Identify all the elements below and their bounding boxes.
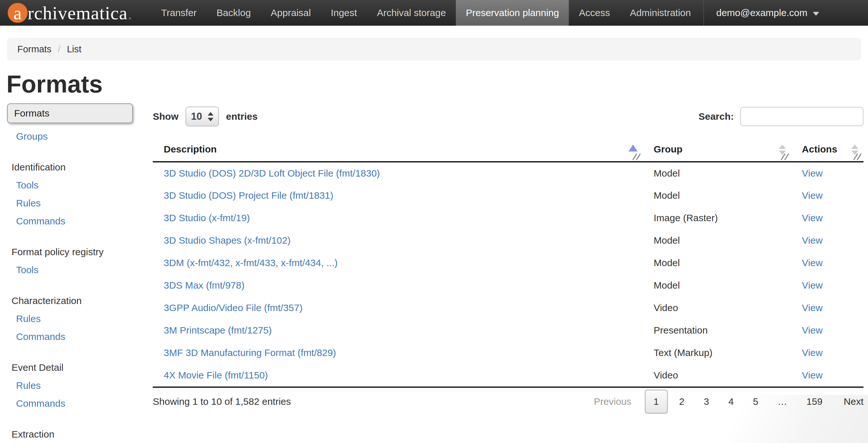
chevron-down-icon [813, 12, 819, 16]
format-group-cell: Model [643, 252, 791, 274]
nav-item-preservation-planning[interactable]: Preservation planning [456, 0, 569, 26]
format-group-cell: Video [643, 296, 791, 319]
table-row: 3D Studio (DOS) Project File (fmt/1831)M… [153, 184, 864, 207]
sidebar-section-header: Extraction [11, 429, 139, 440]
column-resize-handle[interactable] [854, 153, 862, 160]
pagination-previous[interactable]: Previous [582, 396, 643, 407]
nav-item-backlog[interactable]: Backlog [207, 0, 261, 26]
select-spinner-icon [208, 112, 214, 121]
sidebar: Formats GroupsIdentificationToolsRulesCo… [7, 103, 139, 443]
pagination-page-2[interactable]: 2 [670, 396, 694, 407]
format-description-link[interactable]: 3MF 3D Manufacturing Format (fmt/829) [164, 347, 336, 358]
sidebar-link-identification-rules[interactable]: Rules [16, 198, 41, 209]
nav-item-ingest[interactable]: Ingest [321, 0, 367, 26]
sidebar-section-identification: IdentificationToolsRulesCommands [7, 162, 139, 227]
logo-a-icon: a [8, 3, 28, 23]
view-link[interactable]: View [802, 235, 823, 246]
breadcrumb-item-list: List [67, 44, 81, 55]
sidebar-section-header: Event Detail [11, 362, 139, 373]
format-group-cell: Model [643, 229, 791, 252]
view-link[interactable]: View [802, 280, 823, 290]
sidebar-item-formats-active[interactable]: Formats [7, 103, 133, 123]
user-menu[interactable]: demo@example.com [703, 0, 831, 26]
sidebar-section-header: Characterization [11, 295, 139, 306]
format-group-cell: Image (Raster) [643, 207, 791, 229]
format-group-cell: Model [643, 184, 791, 207]
format-group-cell: Text (Markup) [643, 342, 791, 364]
format-group-cell: Presentation [643, 319, 791, 342]
format-description-link[interactable]: 3DS Max (fmt/978) [164, 280, 245, 290]
format-description-link[interactable]: 3GPP Audio/Video File (fmt/357) [164, 303, 302, 313]
nav-item-administration[interactable]: Administration [620, 0, 701, 26]
formats-table: Description Group Actions [153, 139, 864, 386]
page-title: Formats [6, 70, 103, 98]
sidebar-link-formats-groups[interactable]: Groups [16, 131, 48, 142]
sidebar-link-identification-tools[interactable]: Tools [16, 180, 38, 191]
format-description-link[interactable]: 3M Printscape (fmt/1275) [164, 325, 272, 336]
sidebar-section-characterization: CharacterizationRulesCommands [7, 295, 139, 342]
table-row: 3M Printscape (fmt/1275)PresentationView [153, 319, 864, 342]
view-link[interactable]: View [802, 303, 823, 313]
archivematica-logo[interactable]: archivematica. [0, 0, 151, 26]
column-header-actions[interactable]: Actions [791, 139, 864, 162]
format-description-link[interactable]: 4X Movie File (fmt/1150) [164, 370, 268, 380]
sidebar-section-header: Identification [11, 162, 139, 173]
logo-dot: . [128, 2, 133, 24]
column-header-group[interactable]: Group [643, 139, 791, 162]
format-description-link[interactable]: 3D Studio Shapes (x-fmt/102) [164, 235, 290, 246]
page-size-select[interactable]: 10 [186, 106, 219, 126]
breadcrumb: Formats / List [7, 38, 861, 60]
logo-text: archivematica. [8, 2, 132, 24]
nav-menu: TransferBacklogAppraisalIngestArchival s… [151, 0, 701, 26]
view-link[interactable]: View [802, 168, 823, 179]
corner-overlay-shape [682, 395, 868, 443]
column-resize-handle[interactable] [781, 153, 790, 160]
sidebar-section-event-detail: Event DetailRulesCommands [7, 362, 139, 409]
view-link[interactable]: View [802, 325, 823, 336]
sidebar-link-characterization-rules[interactable]: Rules [16, 313, 41, 324]
sidebar-section-format-policy-registry: Format policy registryTools [7, 247, 139, 276]
table-row: 3MF 3D Manufacturing Format (fmt/829)Tex… [153, 342, 864, 364]
column-header-description[interactable]: Description [153, 139, 643, 162]
format-description-link[interactable]: 3D Studio (DOS) 2D/3D Loft Object File (… [164, 168, 380, 179]
sidebar-link-characterization-commands[interactable]: Commands [16, 331, 65, 342]
entries-summary: Showing 1 to 10 of 1,582 entries [153, 396, 291, 407]
sort-ascending-icon[interactable] [628, 145, 638, 152]
view-link[interactable]: View [802, 213, 823, 223]
breadcrumb-item-formats[interactable]: Formats [17, 44, 51, 55]
format-description-link[interactable]: 3D Studio (DOS) Project File (fmt/1831) [164, 190, 334, 201]
sidebar-link-event-detail-commands[interactable]: Commands [16, 398, 65, 409]
sidebar-section-header: Format policy registry [11, 247, 139, 257]
sidebar-link-event-detail-rules[interactable]: Rules [16, 380, 41, 391]
pagination-page-1[interactable]: 1 [645, 390, 668, 413]
sidebar-section-extraction: ExtractionRulesCommands [7, 429, 139, 443]
sidebar-sections: GroupsIdentificationToolsRulesCommandsFo… [7, 131, 139, 443]
logo-rest: rchivematica [28, 2, 128, 24]
sidebar-link-identification-commands[interactable]: Commands [16, 216, 65, 227]
table-header-row: Description Group Actions [153, 139, 864, 162]
view-link[interactable]: View [802, 347, 823, 358]
user-email: demo@example.com [716, 7, 807, 18]
view-link[interactable]: View [802, 190, 823, 201]
format-description-link[interactable]: 3D Studio (x-fmt/19) [164, 213, 250, 223]
search-label: Search: [699, 111, 734, 122]
table-row: 3GPP Audio/Video File (fmt/357)VideoView [153, 296, 864, 319]
sidebar-link-format-policy-registry-tools[interactable]: Tools [16, 264, 38, 276]
top-navbar: archivematica. TransferBacklogAppraisalI… [0, 0, 868, 26]
table-row: 3DM (x-fmt/432, x-fmt/433, x-fmt/434, ..… [153, 252, 864, 274]
table-row: 3DS Max (fmt/978)ModelView [153, 274, 864, 296]
search-input[interactable] [740, 107, 864, 126]
format-description-link[interactable]: 3DM (x-fmt/432, x-fmt/433, x-fmt/434, ..… [164, 257, 338, 268]
view-link[interactable]: View [802, 257, 823, 268]
main-content: Show 10 entries Search: Description Grou… [153, 106, 864, 415]
table-row: 3D Studio (DOS) 2D/3D Loft Object File (… [153, 162, 864, 184]
nav-item-archival-storage[interactable]: Archival storage [367, 0, 456, 26]
nav-item-access[interactable]: Access [569, 0, 620, 26]
table-controls: Show 10 entries Search: [153, 106, 864, 127]
show-label: Show [153, 111, 179, 122]
column-resize-handle[interactable] [633, 153, 641, 160]
view-link[interactable]: View [802, 370, 823, 380]
nav-item-transfer[interactable]: Transfer [151, 0, 207, 26]
format-group-cell: Video [643, 364, 791, 386]
nav-item-appraisal[interactable]: Appraisal [261, 0, 321, 26]
